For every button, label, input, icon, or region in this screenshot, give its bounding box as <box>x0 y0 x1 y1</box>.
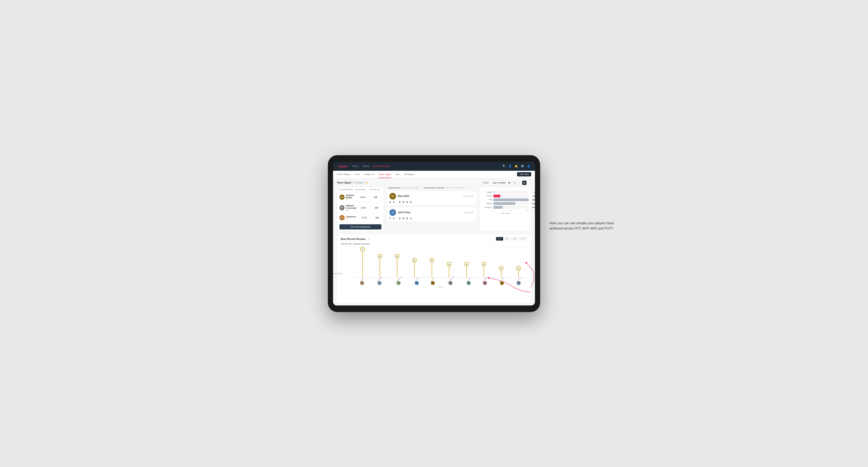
bar-track-bogeys: 311 <box>493 202 529 205</box>
score-cameron: 17/20 <box>357 217 371 219</box>
edit-icon[interactable]: ✏️ <box>365 182 368 184</box>
y-label-7: 7 <box>349 246 349 247</box>
streak-line-coles <box>414 260 415 277</box>
nav-home[interactable]: Home <box>352 165 359 167</box>
bar-label-bogeys: Bogeys <box>482 203 493 205</box>
tab-hcaps[interactable]: Hcaps 1-5 <box>364 171 374 178</box>
app-label: APP <box>450 187 454 189</box>
bar-row-dbogeys: D. Bogeys + 131 <box>482 206 529 209</box>
player-label-mcharg: B. McHarg <box>376 279 383 285</box>
player-info-edward: Edward Crossman ◆ 2 <box>346 205 356 211</box>
bar-fill-eagles <box>493 191 494 194</box>
streak-line-ebert <box>362 249 363 277</box>
player-name-cameron: Cameron... <box>346 216 357 218</box>
streak-filter-buttons: OTT APP ARG PUTT <box>496 237 527 241</box>
team-title: Team Clippd | 14 Players <box>337 181 364 184</box>
rounds-group-rees: 8 4 <box>390 201 394 204</box>
table-row: CA Cameron... ♦ 3 17/20 103 <box>337 213 384 222</box>
streak-bubble-mcharg: 6x <box>377 254 382 258</box>
practice-stat-rees: 4 <box>393 201 395 204</box>
rank-badge-1: ♥ 1 <box>346 199 355 200</box>
bar-track-pars: 499 <box>493 198 529 201</box>
player-card-josh: JC Josh Coles 26 Aug 2023 7 2 <box>386 207 477 222</box>
player-name-header: PLAYER NAME <box>339 188 355 191</box>
filter-putt[interactable]: PUTT <box>519 237 527 241</box>
tournament-label: Tournament <box>401 187 411 189</box>
avg-cameron: 103 <box>371 217 383 219</box>
view-leaderboard-button[interactable]: View Full Leaderboard <box>339 224 381 229</box>
player-columns: 7x 6x <box>354 247 527 278</box>
filter-arg[interactable]: ARG <box>511 237 519 241</box>
streaks-title: Best Round Streaks <box>341 238 366 240</box>
search-icon[interactable]: 🔍 <box>502 165 506 168</box>
add-team-button[interactable]: Add Team <box>517 172 531 177</box>
streak-bubble-butler: 3x <box>499 266 503 271</box>
bell-icon[interactable]: 🔔 <box>515 165 518 168</box>
tab-tour[interactable]: Tour <box>395 171 400 178</box>
player-label-ford: D. Ford <box>466 279 471 285</box>
bar-row-eagles: Eagles 3 <box>482 191 529 194</box>
y-label-0: 0 <box>349 276 349 278</box>
nav-bar: clippd Home Teams My Performance 🔍 👤 🔔 ⚙… <box>333 162 535 171</box>
card-view-icon[interactable]: ▤ <box>522 181 526 185</box>
bar-fill-dbogeys <box>493 206 503 209</box>
team-header: Team Clippd | 14 Players ✏️ Show Last 3 … <box>337 181 531 185</box>
tab-pgat-players[interactable]: PGAT Players <box>337 171 351 178</box>
pc-date-rees: 02 Sep 2023 <box>463 195 474 197</box>
bar-value-eagles: 3 <box>534 191 535 193</box>
bar-track-birdies: 96 <box>493 195 529 197</box>
table-row: EC Edward Crossman ◆ 2 18/20 107 <box>337 203 384 213</box>
avatar-richard: RB <box>339 195 345 200</box>
period-dropdown[interactable]: Last 3 months <box>490 181 512 185</box>
bar-fill-birdies <box>493 195 500 197</box>
main-content: Team Clippd | 14 Players ✏️ Show Last 3 … <box>333 178 535 305</box>
pb-score-header: PB SCORE <box>355 188 370 191</box>
nav-my-performance[interactable]: My Performance <box>373 165 390 167</box>
player-info-cameron: Cameron... ♦ 3 <box>346 216 357 220</box>
streak-bubble-miller: 4x <box>482 262 486 267</box>
putt-label: PUTT <box>460 187 465 189</box>
avatar-edward: EC <box>339 205 345 210</box>
rounds-legend: Total Rounds Tournament Practice Total P… <box>386 187 477 189</box>
pc-header-rees: RB Rees Britt 02 Sep 2023 <box>390 193 474 199</box>
streak-bubble-quick: 3x <box>516 266 521 271</box>
tournament-stat-rees: 8 <box>390 201 391 204</box>
avatar-cameron: CA <box>339 215 345 220</box>
player-label-butler: R. Butler <box>499 279 505 285</box>
bar-value-bogeys: 311 <box>532 203 535 205</box>
player-card-rees: RB Rees Britt 02 Sep 2023 8 <box>386 191 477 206</box>
avatar-rees: RB <box>390 193 396 199</box>
nav-teams[interactable]: Teams <box>362 165 369 167</box>
bar-row-pars: Pars 499 <box>482 198 529 201</box>
player-label-britt: R. Britt <box>431 279 435 285</box>
export-icon[interactable]: ↓ <box>527 181 531 185</box>
bar-value-dbogeys: 131 <box>532 206 535 208</box>
player-cell-3: CA Cameron... ♦ 3 <box>339 215 357 220</box>
tab-team-clippd[interactable]: Team Clippd <box>379 171 391 178</box>
filter-app[interactable]: APP <box>503 237 511 241</box>
grid-view-icon[interactable]: ⊞ <box>513 181 517 185</box>
player-label-crossman: E. Crossman <box>446 279 455 285</box>
score-richard: 19/20 <box>355 196 370 198</box>
x-axis-label: Players <box>354 286 527 288</box>
bar-fill-bogeys <box>493 202 516 205</box>
list-view-icon[interactable]: ≡ <box>518 181 522 185</box>
filter-ott[interactable]: OTT <box>496 237 503 241</box>
tab-pga[interactable]: PGA <box>355 171 360 178</box>
score-edward: 18/20 <box>356 207 371 209</box>
rank-badge-3: ♦ 3 <box>346 218 357 220</box>
leaderboard-header: PLAYER NAME PB SCORE PB AVG SQ <box>337 187 384 192</box>
rounds-group-josh: 7 2 <box>390 217 394 220</box>
streak-arrow-icon: ← <box>368 237 371 241</box>
tablet-frame: clippd Home Teams My Performance 🔍 👤 🔔 ⚙… <box>328 155 540 312</box>
player-cell-2: EC Edward Crossman ◆ 2 <box>339 205 356 211</box>
tab-all-players[interactable]: All Players <box>404 171 414 178</box>
y-label-3: 3 <box>349 261 349 262</box>
user-icon[interactable]: 👤 <box>508 165 512 168</box>
profile-avatar[interactable]: 👤 <box>527 165 530 168</box>
player-name-edward: Edward Crossman <box>346 205 356 209</box>
y-axis-label: Best Streak, Fairway Accuracy <box>333 272 342 275</box>
bar-row-bogeys: Bogeys 311 <box>482 202 529 205</box>
settings-icon[interactable]: ⚙️ <box>521 165 524 168</box>
app-logo: clippd <box>338 164 347 168</box>
